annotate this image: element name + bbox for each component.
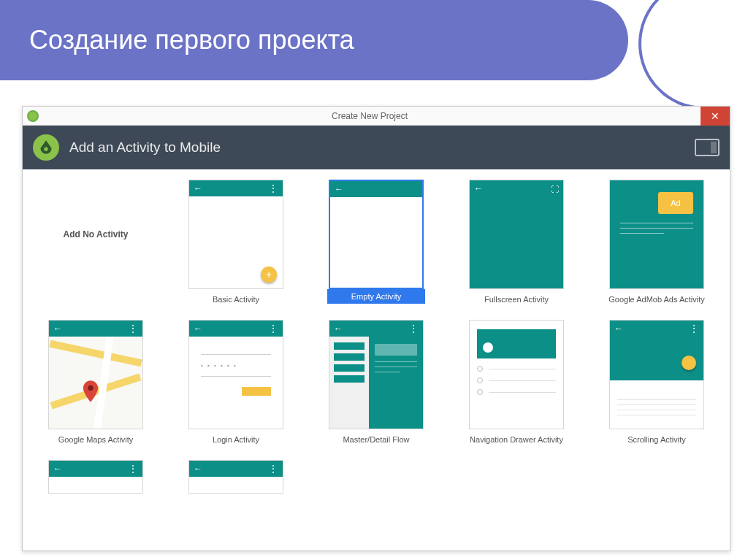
overflow-icon: ⋮ (689, 326, 699, 331)
template-label: Basic Activity (213, 295, 259, 307)
template-label: Login Activity (213, 435, 259, 447)
overflow-icon: ⋮ (408, 326, 419, 331)
login-submit-icon (242, 387, 271, 396)
template-google-maps-activity[interactable]: ←⋮ Google Maps Activity (30, 320, 161, 447)
back-icon: ← (335, 184, 343, 194)
back-icon: ← (334, 323, 343, 334)
ad-badge: Ad (658, 192, 693, 214)
back-icon: ← (194, 323, 202, 334)
overflow-icon: ⋮ (128, 326, 138, 331)
back-icon: ← (194, 183, 202, 193)
template-label: Add No Activity (64, 229, 129, 239)
back-icon: ← (53, 464, 62, 474)
svg-point-0 (44, 147, 47, 151)
template-partial-2[interactable]: ←⋮ (170, 460, 302, 494)
template-label: Master/Detail Flow (343, 435, 409, 447)
template-gallery: Add No Activity ←⋮ + Basic Activity ← Em… (23, 169, 730, 501)
slide-header: Создание первого проекта (0, 0, 628, 80)
dialog-header: Add an Activity to Mobile (23, 126, 730, 169)
template-row-3-partial: ←⋮ ←⋮ (30, 460, 722, 494)
back-icon: ← (194, 464, 202, 474)
template-label: Fullscreen Activity (484, 295, 549, 307)
template-label: Google Maps Activity (58, 435, 134, 447)
close-button[interactable]: ✕ (701, 107, 730, 126)
template-row-1: Add No Activity ←⋮ + Basic Activity ← Em… (30, 180, 722, 307)
template-label: Navigation Drawer Activity (470, 435, 563, 447)
template-label: Google AdMob Ads Activity (608, 295, 704, 307)
fab-icon: + (261, 266, 277, 283)
template-row-2: ←⋮ Google Maps Activity ←⋮ (30, 320, 722, 447)
titlebar: Create New Project ✕ (23, 107, 730, 126)
svg-point-1 (88, 386, 93, 391)
dialog-window: Create New Project ✕ Add an Activity to … (22, 106, 730, 551)
template-partial-1[interactable]: ←⋮ (30, 460, 161, 494)
overflow-icon: ⋮ (268, 185, 278, 191)
overflow-icon: ⋮ (268, 466, 278, 472)
template-scrolling-activity[interactable]: ←⋮ Scrolling Activity (591, 320, 722, 447)
android-studio-icon (33, 134, 59, 161)
back-icon: ← (474, 183, 483, 193)
template-add-no-activity[interactable]: Add No Activity (30, 180, 161, 307)
template-admob-activity[interactable]: Ad Google AdMob Ads Activity (591, 180, 722, 307)
template-fullscreen-activity[interactable]: ←⛶ Fullscreen Activity (451, 180, 582, 307)
overflow-icon: ⋮ (128, 466, 138, 472)
overflow-icon: ⋮ (268, 326, 278, 331)
map-pin-icon (83, 380, 99, 405)
template-empty-activity[interactable]: ← Empty Activity (310, 180, 442, 307)
dialog-heading: Add an Activity to Mobile (69, 139, 221, 156)
slide-title: Создание первого проекта (29, 25, 354, 55)
template-label: Scrolling Activity (627, 435, 685, 447)
window-title: Create New Project (39, 111, 701, 121)
template-login-activity[interactable]: ←⋮ • • • • • • Login Activity (170, 320, 302, 447)
device-icon (695, 139, 720, 156)
fullscreen-icon: ⛶ (551, 185, 559, 193)
app-icon (27, 110, 39, 122)
template-label: Empty Activity (327, 289, 425, 304)
back-icon: ← (53, 323, 62, 334)
back-icon: ← (614, 323, 623, 334)
fab-icon (682, 356, 696, 370)
template-navigation-drawer-activity[interactable]: Navigation Drawer Activity (451, 320, 582, 447)
template-basic-activity[interactable]: ←⋮ + Basic Activity (170, 180, 302, 307)
template-master-detail-flow[interactable]: ←⋮ Master/Detail Flow (310, 320, 442, 447)
